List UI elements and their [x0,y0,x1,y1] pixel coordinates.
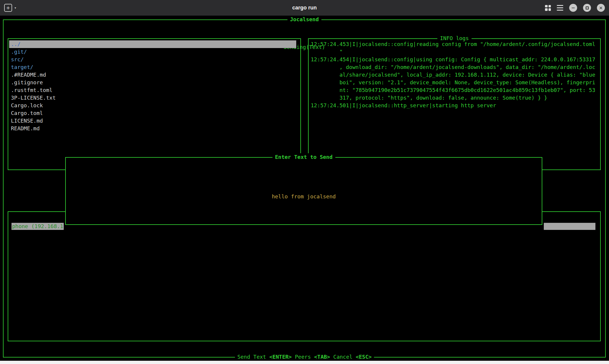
hint-cancel-label: Cancel [333,354,353,360]
log-line: boi", version: "2.1", device_model: None… [311,79,600,86]
tab-grid-icon[interactable] [545,5,551,11]
footer-hints: Send Text <ENTER> Peers <TAB> Cancel <ES… [235,353,374,361]
file-item[interactable]: LICENSE.md [9,117,296,125]
titlebar-right-controls: − × [545,0,605,16]
minimize-icon: − [571,6,575,10]
maximize-button[interactable] [583,4,591,12]
file-item[interactable]: src/ [9,56,296,63]
file-item[interactable]: Cargo.toml [9,109,296,117]
file-item[interactable]: ../ [9,40,296,48]
file-list: ../ .git/ src/ target/ .#README.md .giti… [8,39,300,132]
file-item[interactable]: README.md [9,125,296,132]
hint-peers-label: Peers [295,354,311,360]
log-output: 12:57:24.453|I|jocalsend::config|reading… [309,39,600,109]
text-input-content[interactable]: hello from jocalsend [66,193,542,200]
file-item[interactable]: .git/ [9,48,296,56]
app-title: Jocalsend [287,16,322,23]
peer-row-selected[interactable]: phone (192.168.1 [12,223,64,230]
close-button[interactable]: × [597,4,605,12]
titlebar: + ▾ cargo run − × [0,0,609,16]
window-bottom-edge [0,361,609,364]
log-line: 12:57:24.501|I|jocalsend::http_server|st… [311,102,600,109]
hint-send-text-label: Send Text [237,354,266,360]
hamburger-menu-icon[interactable] [557,5,563,11]
log-panel-title: INFO logs [437,34,472,42]
hint-send-text-key: <ENTER> [269,354,292,360]
log-line: , download_dir: "/home/ardent/jocalsend-… [311,63,600,71]
log-line: 317, protocol: "https", download: false,… [311,94,600,102]
info-logs-panel: INFO logs 12:57:24.453|I|jocalsend::conf… [308,38,601,170]
maximize-icon [586,6,589,9]
log-line: " [311,48,600,56]
file-item[interactable]: .#README.md [9,71,296,79]
hint-cancel-key: <ESC> [356,354,371,360]
log-line: al/share/jocalsend", local_ip_addr: 192.… [311,71,600,79]
terminal-window: + ▾ cargo run − × Jocalsend Sending(T [0,0,609,364]
peers-panel [8,211,601,341]
file-item[interactable]: target/ [9,63,296,71]
file-item[interactable]: 3P-LICENSE.txt [9,94,296,102]
log-line: nt: "785b947190e2b51c7379047554f43f6675d… [311,86,600,94]
close-icon: × [599,6,603,10]
send-text-modal: Enter Text to Send hello from jocalsend [65,157,542,225]
peer-row-highlight-right[interactable] [544,223,595,230]
minimize-button[interactable]: − [569,4,577,12]
file-item[interactable]: .gitignore [9,79,296,86]
modal-title: Enter Text to Send [272,153,335,161]
log-line: 12:57:24.454|I|jocalsend::config|using c… [311,56,600,63]
file-item[interactable]: .rustfmt.toml [9,86,296,94]
file-browser-panel: ../ .git/ src/ target/ .#README.md .giti… [8,38,301,170]
file-item[interactable]: Cargo.lock [9,102,296,109]
window-title: cargo run [0,0,609,16]
hint-peers-key: <TAB> [314,354,330,360]
